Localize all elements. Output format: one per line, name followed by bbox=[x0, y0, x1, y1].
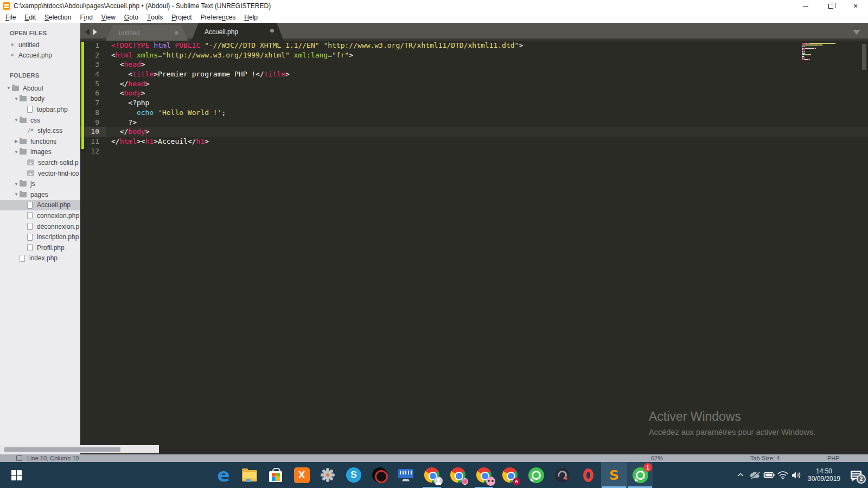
taskbar-whatsapp[interactable] bbox=[523, 462, 549, 488]
editor-column: untitledAccueil.php 1<!DOCTYPE html PUBL… bbox=[80, 23, 868, 454]
tree-item-inscription-php[interactable]: inscription.php bbox=[0, 232, 80, 242]
tree-item-d-connexion-p[interactable]: déconnexion.p bbox=[0, 221, 80, 232]
line-number: 1 bbox=[80, 41, 106, 50]
code-text: <html xmlns="http://www.w3.org/1999/xhtm… bbox=[106, 50, 353, 60]
code-editor[interactable]: 1<!DOCTYPE html PUBLIC "-//W3C//DTD XHTM… bbox=[80, 41, 868, 454]
file-icon bbox=[27, 234, 33, 241]
collapse-arrow-icon[interactable]: ▼ bbox=[13, 192, 20, 197]
taskbar-edge[interactable]: e bbox=[210, 462, 237, 488]
taskbar-microsoft-store[interactable] bbox=[263, 462, 289, 488]
tree-item-accueil-php[interactable]: Accueil.php bbox=[0, 200, 80, 211]
taskbar-chrome-profile-1[interactable] bbox=[419, 462, 445, 488]
menu-goto[interactable]: Goto bbox=[120, 12, 143, 23]
tree-item-abdoul[interactable]: ▼Abdoul bbox=[0, 83, 80, 94]
menu-edit[interactable]: Edit bbox=[20, 12, 40, 23]
status-bar: Line 10, Column 10 62% Tab Size: 4 PHP bbox=[0, 454, 868, 462]
tree-item-topbar-php[interactable]: topbar.php bbox=[0, 104, 80, 115]
tree-item-profil-php[interactable]: Profil.php bbox=[0, 242, 80, 253]
tree-item-pages[interactable]: ▼pages bbox=[0, 189, 80, 200]
action-center-button[interactable]: 2 bbox=[844, 462, 868, 488]
collapse-arrow-icon[interactable]: ▼ bbox=[13, 182, 20, 187]
taskbar-xampp[interactable]: X bbox=[289, 462, 315, 488]
menu-tools[interactable]: Tools bbox=[143, 12, 167, 23]
window-controls: × bbox=[793, 0, 868, 12]
code-text: <head> bbox=[106, 60, 145, 69]
tree-item-vector-find-ico[interactable]: vector-find-ico bbox=[0, 168, 80, 179]
tree-item-images[interactable]: ▼images bbox=[0, 147, 80, 158]
tab-accueil-php[interactable]: Accueil.php bbox=[192, 23, 284, 41]
clock-date: 30/09/2019 bbox=[806, 475, 842, 483]
code-line-10: 10 </body> bbox=[80, 127, 868, 137]
code-line-11: 11</html><h1>Acceuil</h1> bbox=[80, 137, 868, 146]
tree-item-connexion-php[interactable]: connexion.php bbox=[0, 210, 80, 221]
tree-item-label: body bbox=[30, 95, 44, 102]
restore-button[interactable] bbox=[818, 0, 843, 12]
taskbar-chrome-profile-3[interactable] bbox=[471, 462, 497, 488]
taskbar-settings-gear[interactable] bbox=[315, 462, 341, 488]
vertical-scrollbar[interactable] bbox=[862, 44, 866, 70]
clock[interactable]: 14:50 30/09/2019 bbox=[806, 467, 842, 483]
code-text: </head> bbox=[106, 79, 149, 89]
minimize-button[interactable] bbox=[793, 0, 818, 12]
taskbar-chrome-profile-4[interactable]: A bbox=[497, 462, 523, 488]
tree-item-search-solid-p[interactable]: search-solid.p bbox=[0, 157, 80, 168]
taskbar-sublime-text[interactable]: S bbox=[601, 462, 627, 488]
menu-selection[interactable]: Selection bbox=[40, 12, 75, 23]
horizontal-scrollbar-track[interactable] bbox=[0, 445, 159, 453]
tree-item-index-php[interactable]: index.php bbox=[0, 253, 80, 264]
menu-file[interactable]: File bbox=[1, 12, 20, 23]
taskbar-screen-recorder[interactable] bbox=[367, 462, 393, 488]
collapse-arrow-icon[interactable]: ▼ bbox=[13, 150, 20, 155]
unread-badge: 1 bbox=[643, 463, 652, 472]
profile-badge-icon bbox=[434, 477, 443, 485]
taskbar-chrome-profile-2[interactable] bbox=[445, 462, 471, 488]
menu-view[interactable]: View bbox=[97, 12, 120, 23]
taskbar-loop-app[interactable] bbox=[549, 462, 575, 488]
tree-item-style-css[interactable]: /*style.css bbox=[0, 125, 80, 136]
activation-watermark: Activer Windows Accédez aux paramètres p… bbox=[649, 409, 815, 436]
tree-item-js[interactable]: ▼js bbox=[0, 178, 80, 189]
open-file-untitled[interactable]: untitled bbox=[0, 40, 80, 50]
volume-icon[interactable] bbox=[790, 462, 804, 488]
chrome-profile-4-icon: A bbox=[501, 466, 519, 484]
start-button[interactable] bbox=[3, 462, 29, 488]
open-file-accueil-php[interactable]: Accueil.php bbox=[0, 50, 80, 60]
collapse-arrow-icon[interactable]: ▼ bbox=[5, 86, 12, 91]
tree-item-css[interactable]: ▼css bbox=[0, 115, 80, 126]
taskbar-on-screen-keyboard[interactable] bbox=[393, 462, 419, 488]
screen-recorder-icon bbox=[371, 466, 388, 484]
taskbar-opera[interactable] bbox=[575, 462, 601, 488]
menu-help[interactable]: Help bbox=[240, 12, 262, 23]
syntax-indicator[interactable]: PHP bbox=[827, 455, 840, 461]
file-dot-icon bbox=[11, 43, 14, 46]
tree-item-functions[interactable]: ▶functions bbox=[0, 136, 80, 147]
xampp-icon: X bbox=[293, 466, 310, 484]
onedrive-cloud-icon[interactable] bbox=[748, 462, 762, 488]
tab-size-indicator[interactable]: Tab Size: 4 bbox=[750, 455, 780, 461]
taskbar-skype[interactable]: S bbox=[341, 462, 367, 488]
taskbar-file-explorer[interactable] bbox=[237, 462, 263, 488]
collapse-arrow-icon[interactable]: ▼ bbox=[13, 118, 20, 123]
tray-chevron-up-icon[interactable] bbox=[733, 462, 748, 488]
minimap[interactable] bbox=[802, 43, 860, 62]
clock-time: 14:50 bbox=[806, 467, 842, 475]
close-button[interactable]: × bbox=[843, 0, 868, 12]
tab-overflow-dropdown-icon[interactable] bbox=[853, 30, 860, 35]
menu-preferences[interactable]: Preferences bbox=[196, 12, 240, 23]
edge-icon: e bbox=[215, 466, 232, 484]
tab-scroll-left-icon[interactable] bbox=[85, 29, 90, 35]
tab-scroll-right-icon[interactable] bbox=[93, 29, 97, 35]
expand-arrow-icon[interactable]: ▶ bbox=[13, 139, 20, 144]
horizontal-scrollbar-thumb[interactable] bbox=[4, 447, 120, 452]
folder-icon bbox=[20, 181, 27, 187]
menu-project[interactable]: Project bbox=[167, 12, 196, 23]
collapse-arrow-icon[interactable]: ▼ bbox=[13, 97, 20, 101]
battery-icon[interactable] bbox=[762, 462, 776, 488]
menu-find[interactable]: Find bbox=[75, 12, 97, 23]
tree-item-body[interactable]: ▼body bbox=[0, 94, 80, 105]
vintage-mode-icon[interactable] bbox=[16, 455, 22, 461]
taskbar-whatsapp-desktop[interactable]: 1 bbox=[627, 462, 653, 488]
wifi-icon[interactable] bbox=[776, 462, 790, 488]
battery-percentage: 62% bbox=[651, 455, 663, 461]
tab-untitled[interactable]: untitled bbox=[106, 25, 188, 41]
